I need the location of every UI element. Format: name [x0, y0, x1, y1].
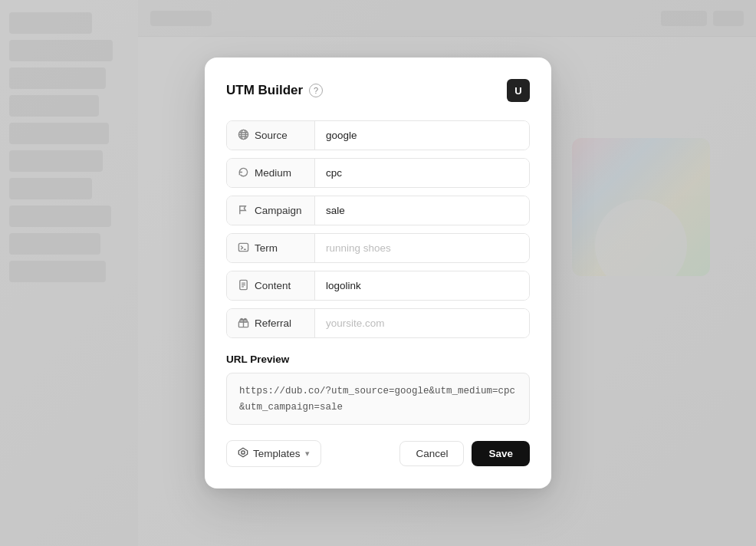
footer-actions: Cancel Save: [399, 441, 530, 466]
referral-field-row: Referral: [226, 308, 530, 338]
source-field-row: Source: [226, 120, 530, 150]
modal-header: UTM Builder ? U: [226, 79, 530, 102]
svg-rect-6: [238, 243, 248, 251]
term-input[interactable]: [315, 234, 529, 262]
url-preview-section: URL Preview https://dub.co/?utm_source=g…: [226, 354, 530, 425]
svg-point-16: [242, 451, 245, 454]
term-field-row: Term: [226, 233, 530, 263]
refresh-icon: [238, 166, 249, 180]
terminal-icon: [238, 242, 249, 255]
source-input[interactable]: [315, 121, 529, 150]
cancel-button[interactable]: Cancel: [399, 441, 464, 466]
flag-icon: [238, 204, 249, 218]
templates-label: Templates: [253, 448, 301, 459]
medium-label: Medium: [227, 159, 315, 187]
url-preview-title: URL Preview: [226, 354, 530, 365]
campaign-label: Campaign: [227, 196, 315, 225]
medium-input[interactable]: [315, 159, 529, 187]
referral-label: Referral: [227, 309, 315, 337]
gift-icon: [238, 317, 249, 331]
url-preview-box: https://dub.co/?utm_source=google&utm_me…: [226, 373, 530, 425]
content-input[interactable]: [315, 271, 529, 300]
modal-footer: Templates ▾ Cancel Save: [226, 440, 530, 467]
medium-field-row: Medium: [226, 158, 530, 188]
referral-input[interactable]: [315, 309, 529, 337]
content-label: Content: [227, 271, 315, 300]
chevron-down-icon: ▾: [305, 449, 310, 459]
content-field-row: Content: [226, 271, 530, 301]
user-avatar: U: [507, 79, 530, 102]
campaign-field-row: Campaign: [226, 196, 530, 225]
save-button[interactable]: Save: [472, 441, 530, 466]
campaign-input[interactable]: [315, 196, 529, 225]
templates-icon: [238, 447, 248, 460]
modal-title-group: UTM Builder ?: [226, 83, 323, 98]
document-icon: [238, 279, 249, 293]
templates-button[interactable]: Templates ▾: [226, 440, 321, 467]
help-icon[interactable]: ?: [309, 84, 323, 97]
url-preview-text: https://dub.co/?utm_source=google&utm_me…: [239, 386, 515, 413]
svg-marker-15: [238, 448, 247, 456]
term-label: Term: [227, 234, 315, 262]
globe-icon: [238, 129, 249, 143]
source-label: Source: [227, 121, 315, 150]
modal-title: UTM Builder: [226, 83, 303, 98]
utm-builder-modal: UTM Builder ? U Source: [205, 58, 551, 488]
